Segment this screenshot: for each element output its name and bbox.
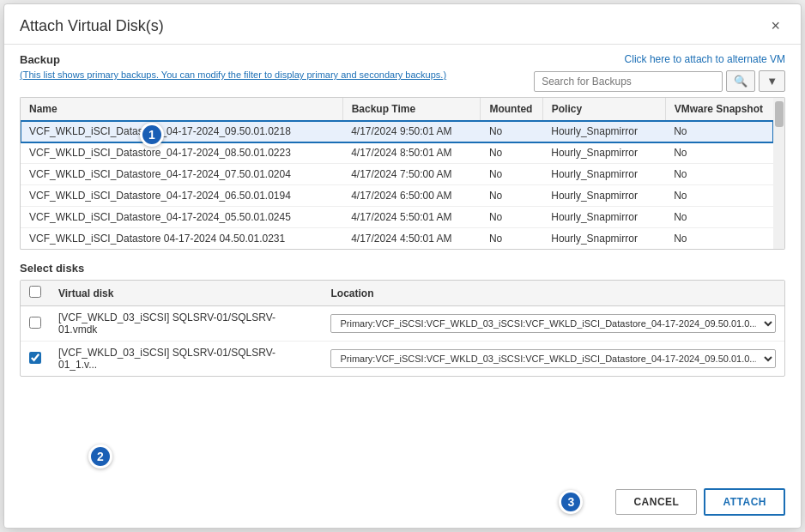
backup-row-mounted: No	[481, 164, 542, 185]
backup-row-snapshot: No	[665, 164, 773, 185]
backup-table-row[interactable]: VCF_WKLD_iSCI_Datastore_04-17-2024_05.50…	[21, 207, 773, 228]
disk-location-select-0[interactable]: Primary:VCF_iSCSI:VCF_WKLD_03_iSCSI:VCF_…	[330, 314, 776, 333]
backup-table-row[interactable]: VCF_WKLD_iSCI_Datastore_04-17-2024_09.50…	[21, 121, 773, 142]
disk-checkbox-0[interactable]	[29, 317, 41, 329]
backup-hint: (This list shows primary backups. You ca…	[20, 70, 446, 80]
backup-label-area: Backup (This list shows primary backups.…	[20, 53, 446, 80]
disk-checkbox-cell[interactable]	[21, 306, 50, 342]
disk-row-location[interactable]: Primary:VCF_iSCSI:VCF_WKLD_03_iSCSI:VCF_…	[322, 342, 784, 377]
backup-table-container: Name Backup Time Mounted Policy VMware S…	[20, 97, 785, 250]
backup-row-snapshot: No	[665, 121, 773, 142]
backup-row-snapshot: No	[665, 207, 773, 228]
backup-row-name: VCF_WKLD_iSCI_Datastore_04-17-2024_07.50…	[21, 164, 342, 185]
col-header-virtual-disk: Virtual disk	[50, 281, 322, 306]
backup-row-policy: Hourly_Snapmirror	[542, 228, 665, 250]
disks-table: Virtual disk Location [VCF_WKLD_03_iSCSI…	[21, 281, 784, 376]
dialog-body: Backup (This list shows primary backups.…	[4, 45, 801, 480]
backup-row-mounted: No	[481, 142, 542, 164]
search-row: 🔍 ▼	[534, 70, 785, 92]
search-input[interactable]	[534, 71, 723, 92]
backup-row-mounted: No	[481, 207, 542, 228]
backup-table-row[interactable]: VCF_WKLD_iSCI_Datastore_04-17-2024_08.50…	[21, 142, 773, 164]
backup-row-mounted: No	[481, 185, 542, 207]
col-header-policy: Policy	[542, 98, 665, 121]
backup-row-snapshot: No	[665, 142, 773, 164]
backup-table-row[interactable]: VCF_WKLD_iSCI_Datastore 04-17-2024 04.50…	[21, 228, 773, 250]
backup-row-snapshot: No	[665, 228, 773, 250]
attach-button[interactable]: ATTACH	[704, 488, 785, 516]
top-bar: Backup (This list shows primary backups.…	[20, 53, 785, 92]
disk-row-virtual-disk: [VCF_WKLD_03_iSCSI] SQLSRV-01/SQLSRV-01.…	[50, 306, 322, 342]
backup-table-row[interactable]: VCF_WKLD_iSCI_Datastore_04-17-2024_06.50…	[21, 185, 773, 207]
disk-row-virtual-disk: [VCF_WKLD_03_iSCSI] SQLSRV-01/SQLSRV-01_…	[50, 342, 322, 377]
backup-row-time: 4/17/2024 7:50:00 AM	[342, 164, 481, 185]
disk-checkbox-cell[interactable]	[21, 342, 50, 377]
disk-location-select-1[interactable]: Primary:VCF_iSCSI:VCF_WKLD_03_iSCSI:VCF_…	[330, 349, 776, 368]
backup-row-snapshot: No	[665, 185, 773, 207]
disks-table-header-row: Virtual disk Location	[21, 281, 784, 306]
backup-row-mounted: No	[481, 228, 542, 250]
backup-row-name: VCF_WKLD_iSCI_Datastore 04-17-2024 04.50…	[21, 228, 342, 250]
backup-row-time: 4/17/2024 5:50:01 AM	[342, 207, 481, 228]
backup-row-time: 4/17/2024 6:50:00 AM	[342, 185, 481, 207]
backup-row-name: VCF_WKLD_iSCI_Datastore_04-17-2024_05.50…	[21, 207, 342, 228]
select-disks-label: Select disks	[20, 262, 785, 275]
attach-virtual-disk-dialog: Attach Virtual Disk(s) × Backup (This li…	[3, 3, 802, 529]
close-button[interactable]: ×	[766, 16, 785, 35]
backup-table-row[interactable]: VCF_WKLD_iSCI_Datastore_04-17-2024_07.50…	[21, 164, 773, 185]
col-header-mounted: Mounted	[481, 98, 542, 121]
backup-table-header-row: Name Backup Time Mounted Policy VMware S…	[21, 98, 773, 121]
backup-table: Name Backup Time Mounted Policy VMware S…	[21, 98, 773, 249]
search-area: Click here to attach to alternate VM 🔍 ▼	[534, 53, 785, 92]
scrollbar-thumb	[775, 101, 784, 127]
dialog-footer: 3 CANCEL ATTACH	[4, 480, 801, 528]
col-header-name: Name	[21, 98, 342, 121]
col-header-checkbox	[21, 281, 50, 306]
backup-section-label: Backup	[20, 53, 446, 66]
dialog-title: Attach Virtual Disk(s)	[20, 17, 164, 35]
disk-table-row[interactable]: [VCF_WKLD_03_iSCSI] SQLSRV-01/SQLSRV-01_…	[21, 342, 784, 377]
backup-row-policy: Hourly_Snapmirror	[542, 142, 665, 164]
search-button[interactable]: 🔍	[726, 70, 755, 92]
dialog-header: Attach Virtual Disk(s) ×	[4, 4, 801, 45]
backup-row-policy: Hourly_Snapmirror	[542, 185, 665, 207]
backup-table-scrollbar[interactable]	[773, 97, 785, 250]
select-all-checkbox[interactable]	[29, 286, 41, 298]
disk-checkbox-1[interactable]	[29, 352, 41, 364]
disk-row-location[interactable]: Primary:VCF_iSCSI:VCF_WKLD_03_iSCSI:VCF_…	[322, 306, 784, 342]
search-icon: 🔍	[734, 75, 748, 88]
backup-row-time: 4/17/2024 9:50:01 AM	[342, 121, 481, 142]
alternate-vm-link[interactable]: Click here to attach to alternate VM	[625, 53, 785, 65]
backup-row-name: VCF_WKLD_iSCI_Datastore_04-17-2024_08.50…	[21, 142, 342, 164]
backup-row-name: VCF_WKLD_iSCI_Datastore_04-17-2024_09.50…	[21, 121, 342, 142]
callout-3: 3	[559, 490, 583, 514]
backup-row-time: 4/17/2024 4:50:01 AM	[342, 228, 481, 250]
col-header-location: Location	[322, 281, 784, 306]
backup-row-name: VCF_WKLD_iSCI_Datastore_04-17-2024_06.50…	[21, 185, 342, 207]
callout-2: 2	[88, 444, 112, 469]
backup-row-policy: Hourly_Snapmirror	[542, 164, 665, 185]
disk-table-row[interactable]: [VCF_WKLD_03_iSCSI] SQLSRV-01/SQLSRV-01.…	[21, 306, 784, 342]
col-header-time: Backup Time	[342, 98, 481, 121]
backup-row-time: 4/17/2024 8:50:01 AM	[342, 142, 481, 164]
backup-row-mounted: No	[481, 121, 542, 142]
disks-table-wrapper: Virtual disk Location [VCF_WKLD_03_iSCSI…	[20, 280, 785, 377]
backup-table-wrapper: Name Backup Time Mounted Policy VMware S…	[20, 97, 773, 250]
filter-icon: ▼	[766, 75, 778, 88]
backup-row-policy: Hourly_Snapmirror	[542, 121, 665, 142]
filter-button[interactable]: ▼	[759, 70, 785, 92]
col-header-snapshot: VMware Snapshot	[665, 98, 773, 121]
cancel-button[interactable]: CANCEL	[615, 489, 697, 515]
backup-row-policy: Hourly_Snapmirror	[542, 207, 665, 228]
